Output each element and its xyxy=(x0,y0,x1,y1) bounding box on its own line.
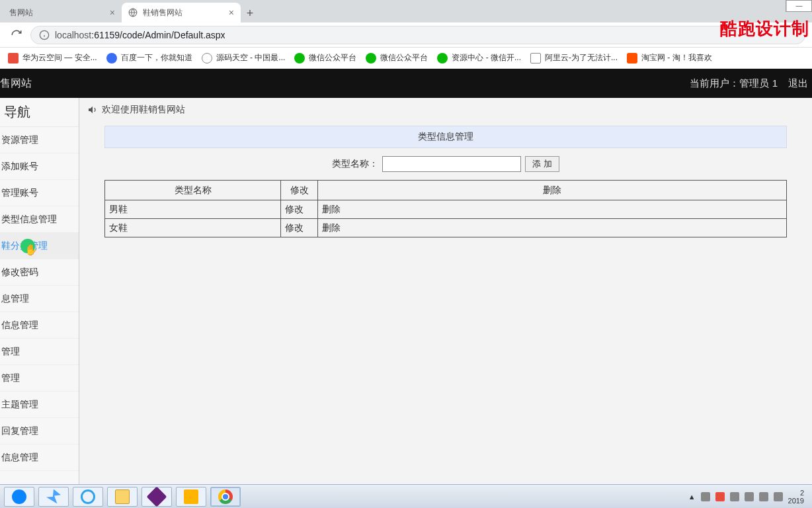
watermark-text: 酷跑设计制 xyxy=(720,17,809,40)
sidebar-item-6[interactable]: 息管理 xyxy=(0,286,79,312)
reload-button[interactable] xyxy=(7,25,26,45)
paint-icon xyxy=(184,489,198,504)
bookmark-7[interactable]: 淘宝网 - 淘！我喜欢 xyxy=(627,52,712,64)
globe-icon xyxy=(128,8,138,17)
tray-icon[interactable] xyxy=(730,492,739,501)
close-icon[interactable]: × xyxy=(229,7,234,18)
search-label: 类型名称： xyxy=(332,158,378,170)
bookmark-4[interactable]: 微信公众平台 xyxy=(366,52,428,64)
app-header: 售网站 当前用户：管理员 1 退出 xyxy=(0,69,812,98)
bookmark-2[interactable]: 源码天空 - 中国最... xyxy=(202,52,286,64)
thunder-icon xyxy=(46,489,61,504)
browser-tab-1[interactable]: 鞋销售网站 × xyxy=(122,3,241,22)
favicon-icon xyxy=(202,53,212,64)
close-icon[interactable]: × xyxy=(110,7,115,18)
sidebar-item-11[interactable]: 回复管理 xyxy=(0,418,79,444)
sidebar-title: 导航 xyxy=(0,98,79,127)
favicon-icon xyxy=(106,53,117,64)
delete-link[interactable]: 删除 xyxy=(318,219,787,237)
favicon-icon xyxy=(8,53,19,64)
tab-title: 售网站 xyxy=(9,7,33,19)
tray-icon[interactable] xyxy=(759,492,768,501)
taskbar-app-thunder[interactable] xyxy=(38,487,69,507)
url-field[interactable]: localhost:61159/code/Admin/Default.aspx xyxy=(30,26,805,44)
bookmarks-bar: 华为云空间 — 安全... 百度一下，你就知道 源码天空 - 中国最... 微信… xyxy=(0,48,812,69)
col-delete-header: 删除 xyxy=(318,181,787,200)
bookmark-5[interactable]: 资源中心 - 微信开... xyxy=(437,52,521,64)
bookmark-label: 微信公众平台 xyxy=(309,52,356,64)
bookmark-label: 微信公众平台 xyxy=(380,52,428,64)
taskbar-app-explorer[interactable] xyxy=(107,487,138,507)
edit-link[interactable]: 修改 xyxy=(281,219,318,237)
logout-link[interactable]: 退出 xyxy=(788,77,808,90)
tray-icon[interactable] xyxy=(715,492,725,501)
sidebar-item-label: 回复管理 xyxy=(1,425,38,437)
click-dot-icon xyxy=(20,239,35,253)
tray-icon[interactable] xyxy=(701,492,710,501)
sidebar-item-label: 管理 xyxy=(1,372,20,384)
taskbar-app-ie[interactable] xyxy=(73,487,103,507)
favicon-icon xyxy=(294,53,305,64)
window-controls[interactable]: — xyxy=(786,0,812,12)
sidebar-item-9[interactable]: 管理 xyxy=(0,365,79,392)
panel: 类型信息管理 类型名称： 添 加 类型名称 修改 删除 男鞋 修改 xyxy=(104,126,787,237)
new-tab-button[interactable]: + xyxy=(241,4,259,22)
taskbar-app-kugou[interactable] xyxy=(4,487,34,507)
clock[interactable]: 2 2019 xyxy=(788,489,804,505)
add-button[interactable]: 添 加 xyxy=(525,156,559,172)
tray-up-icon[interactable]: ▲ xyxy=(688,493,696,501)
chrome-icon xyxy=(218,489,233,504)
content-area: 欢迎使用鞋销售网站 类型信息管理 类型名称： 添 加 类型名称 修改 删除 xyxy=(79,98,812,484)
sidebar-item-5[interactable]: 修改密码 xyxy=(0,259,79,286)
taskbar-app-paint[interactable] xyxy=(176,487,206,507)
types-table: 类型名称 修改 删除 男鞋 修改 删除 女鞋 修改 删除 xyxy=(104,180,787,237)
current-user-label: 当前用户：管理员 1 xyxy=(690,77,778,90)
sidebar-item-7[interactable]: 信息管理 xyxy=(0,312,79,339)
cell-name: 男鞋 xyxy=(105,200,281,219)
col-edit-header: 修改 xyxy=(281,181,318,200)
taskbar-app-chrome[interactable] xyxy=(210,487,241,507)
sidebar-item-label: 管理 xyxy=(1,346,20,358)
sidebar-item-10[interactable]: 主题管理 xyxy=(0,392,79,418)
sidebar-item-label: 信息管理 xyxy=(1,319,38,331)
browser-tab-0[interactable]: 售网站 × xyxy=(3,3,122,22)
tray-icon[interactable] xyxy=(774,492,783,501)
sidebar-item-label: 信息管理 xyxy=(1,452,38,464)
url-host: localhost xyxy=(55,30,91,40)
type-name-input[interactable] xyxy=(382,156,521,172)
url-path: :61159/code/Admin/Default.aspx xyxy=(91,30,225,40)
edit-link[interactable]: 修改 xyxy=(281,200,318,219)
favicon-icon xyxy=(627,53,637,64)
explorer-icon xyxy=(115,489,130,504)
bookmark-label: 百度一下，你就知道 xyxy=(121,52,192,64)
tray-icon[interactable] xyxy=(745,492,754,501)
bookmark-6[interactable]: 阿里云-为了无法计... xyxy=(530,52,618,64)
bookmark-label: 阿里云-为了无法计... xyxy=(545,52,618,64)
sidebar-item-label: 主题管理 xyxy=(1,399,38,411)
sidebar-item-3[interactable]: 类型信息管理 xyxy=(0,206,79,233)
bookmark-1[interactable]: 百度一下，你就知道 xyxy=(106,52,192,64)
site-info-icon[interactable] xyxy=(39,30,50,40)
minimize-button[interactable]: — xyxy=(786,1,811,11)
taskbar-app-vs[interactable] xyxy=(142,487,172,507)
delete-link[interactable]: 删除 xyxy=(318,200,787,219)
sidebar-item-8[interactable]: 管理 xyxy=(0,339,79,365)
favicon-icon xyxy=(366,53,376,64)
cell-name: 女鞋 xyxy=(105,219,281,237)
favicon-icon xyxy=(437,53,448,64)
bookmark-3[interactable]: 微信公众平台 xyxy=(294,52,356,64)
clock-date: 2019 xyxy=(788,497,804,505)
sidebar-item-2[interactable]: 管理账号 xyxy=(0,180,79,206)
sidebar-item-12[interactable]: 信息管理 xyxy=(0,444,79,471)
sidebar-item-1[interactable]: 添加账号 xyxy=(0,153,79,180)
system-tray[interactable]: ▲ 2 2019 xyxy=(688,489,808,505)
main-area: 导航 资源管理 添加账号 管理账号 类型信息管理 鞋分类管理 ✋ 修改密码 息管… xyxy=(0,98,812,484)
address-bar: localhost:61159/code/Admin/Default.aspx xyxy=(0,22,812,48)
sidebar-item-0[interactable]: 资源管理 xyxy=(0,127,79,153)
bookmark-0[interactable]: 华为云空间 — 安全... xyxy=(8,52,97,64)
volume-icon xyxy=(87,105,98,115)
ie-icon xyxy=(81,489,95,504)
add-row: 类型名称： 添 加 xyxy=(104,151,787,177)
clock-time: 2 xyxy=(788,489,804,497)
sidebar-item-4[interactable]: 鞋分类管理 ✋ xyxy=(0,233,79,259)
